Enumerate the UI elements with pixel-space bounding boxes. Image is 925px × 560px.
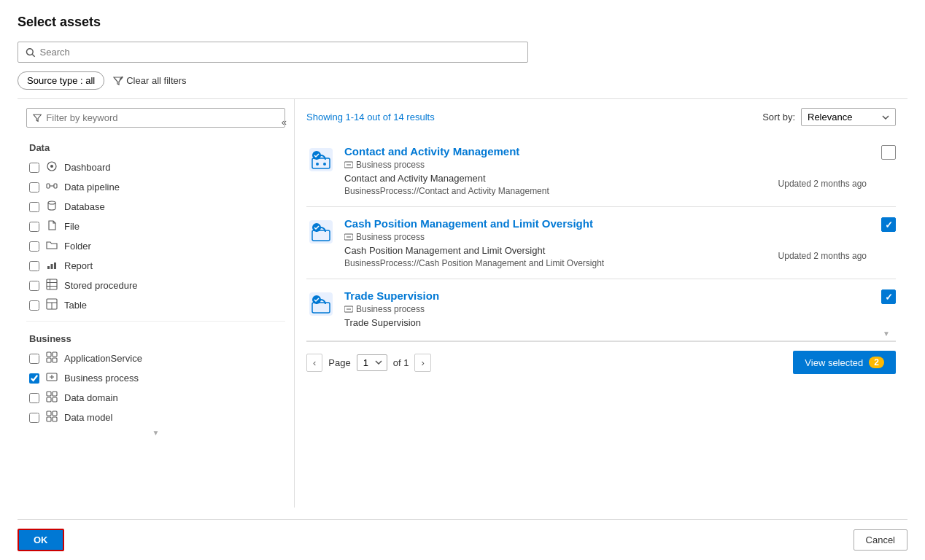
svg-rect-19 [47, 352, 51, 357]
of-label: of 1 [393, 357, 409, 368]
business-process-icon [45, 371, 58, 385]
business-process-checkbox[interactable] [29, 373, 39, 384]
collapse-panel-button[interactable]: « [282, 117, 287, 128]
filter-keyword-input[interactable] [46, 112, 279, 123]
dashboard-checkbox[interactable] [29, 163, 39, 173]
stored-procedure-checkbox[interactable] [29, 281, 39, 291]
filter-icon [113, 76, 123, 86]
asset-body-trade: Trade Supervision Business process Trade… [344, 289, 896, 330]
database-label: Database [64, 201, 105, 212]
filter-item-table[interactable]: Table [18, 295, 294, 315]
database-icon [45, 200, 58, 214]
file-checkbox[interactable] [29, 222, 39, 232]
stored-procedure-icon [45, 279, 58, 292]
business-process-label: Business process [64, 373, 139, 384]
svg-rect-27 [53, 397, 57, 402]
results-count: Showing 1-14 out of 14 results [306, 112, 435, 122]
svg-rect-5 [47, 184, 50, 188]
page-label: Page [328, 357, 350, 368]
dashboard-label: Dashboard [64, 162, 111, 173]
application-service-icon [45, 351, 58, 365]
data-model-label: Data model [64, 412, 112, 423]
asset-type-contact: Business process [344, 160, 896, 170]
search-input[interactable] [40, 47, 520, 58]
asset-icon-contact [306, 145, 336, 174]
business-process-type-icon-2 [344, 233, 353, 241]
svg-rect-30 [47, 417, 51, 421]
svg-rect-29 [53, 411, 57, 416]
sort-by-label: Sort by: [762, 112, 795, 122]
svg-point-4 [50, 165, 53, 168]
filter-icon [33, 113, 42, 122]
ok-button[interactable]: OK [18, 529, 64, 551]
svg-rect-31 [53, 417, 57, 421]
svg-point-35 [323, 163, 326, 166]
cancel-button[interactable]: Cancel [854, 529, 907, 551]
report-icon [45, 259, 58, 273]
application-service-checkbox[interactable] [29, 354, 39, 364]
left-panel: « Data Dashboard Data pipeline [18, 99, 295, 508]
asset-title-cash[interactable]: Cash Position Management and Limit Overs… [344, 217, 896, 230]
asset-type-trade: Business process [344, 304, 896, 314]
business-process-type-icon-3 [344, 305, 353, 314]
page-select[interactable]: 1 [357, 354, 387, 371]
svg-point-0 [26, 48, 33, 55]
asset-updated-contact: Updated 2 months ago [778, 179, 867, 189]
stored-procedure-label: Stored procedure [64, 280, 137, 291]
prev-page-button[interactable]: ‹ [306, 354, 322, 372]
svg-rect-21 [47, 358, 51, 362]
asset-item-trade-supervision: Trade Supervision Business process Trade… [306, 279, 896, 341]
asset-checkbox-cash[interactable] [881, 217, 896, 232]
filter-item-data-pipeline[interactable]: Data pipeline [18, 177, 294, 197]
svg-rect-11 [54, 262, 56, 269]
business-section-label: Business [18, 327, 294, 349]
filter-keyword-container [26, 108, 285, 128]
filter-item-file[interactable]: File [18, 217, 294, 236]
asset-icon-trade [306, 289, 336, 319]
asset-title-trade[interactable]: Trade Supervision [344, 289, 896, 302]
view-selected-button[interactable]: View selected 2 [793, 351, 896, 374]
filter-item-business-process[interactable]: Business process [18, 368, 294, 388]
filter-item-report[interactable]: Report [18, 256, 294, 276]
right-panel: Showing 1-14 out of 14 results Sort by: … [295, 99, 907, 508]
filter-item-dashboard[interactable]: Dashboard [18, 158, 294, 177]
data-domain-checkbox[interactable] [29, 393, 39, 403]
folder-label: Folder [64, 241, 91, 252]
filter-item-stored-procedure[interactable]: Stored procedure [18, 276, 294, 295]
table-checkbox[interactable] [29, 300, 39, 311]
asset-type-cash: Business process [344, 232, 896, 242]
filter-row: Source type : all Clear all filters [18, 71, 907, 90]
clear-filters-button[interactable]: Clear all filters [113, 75, 186, 86]
asset-description-trade: Trade Supervision [344, 317, 896, 328]
report-checkbox[interactable] [29, 261, 39, 271]
filter-item-application-service[interactable]: ApplicationService [18, 349, 294, 368]
svg-rect-28 [47, 411, 51, 416]
svg-rect-6 [54, 184, 57, 188]
scroll-down-indicator: ▼ [18, 427, 294, 438]
database-checkbox[interactable] [29, 202, 39, 212]
data-pipeline-checkbox[interactable] [29, 182, 39, 192]
asset-icon-cash [306, 217, 336, 246]
data-model-checkbox[interactable] [29, 413, 39, 423]
asset-title-contact[interactable]: Contact and Activity Management [344, 145, 896, 158]
asset-checkbox-contact[interactable] [881, 145, 896, 160]
folder-checkbox[interactable] [29, 241, 39, 252]
asset-checkbox-trade[interactable] [881, 289, 896, 304]
filter-item-database[interactable]: Database [18, 197, 294, 217]
footer: ‹ Page 1 of 1 › View selected 2 [306, 341, 896, 383]
section-divider [26, 321, 285, 322]
dialog-actions: OK Cancel [18, 519, 907, 560]
application-service-label: ApplicationService [64, 353, 142, 364]
svg-point-34 [316, 163, 319, 166]
sort-select[interactable]: Relevance Name Last updated [801, 108, 896, 126]
source-type-button[interactable]: Source type : all [18, 71, 104, 90]
svg-rect-25 [53, 392, 57, 396]
next-page-button[interactable]: › [414, 354, 430, 372]
data-domain-label: Data domain [64, 392, 118, 403]
filter-item-data-domain[interactable]: Data domain [18, 388, 294, 408]
data-domain-icon [45, 391, 58, 405]
filter-item-folder[interactable]: Folder [18, 236, 294, 256]
filter-item-data-model[interactable]: Data model [18, 408, 294, 427]
report-label: Report [64, 260, 93, 271]
svg-rect-10 [51, 264, 53, 269]
